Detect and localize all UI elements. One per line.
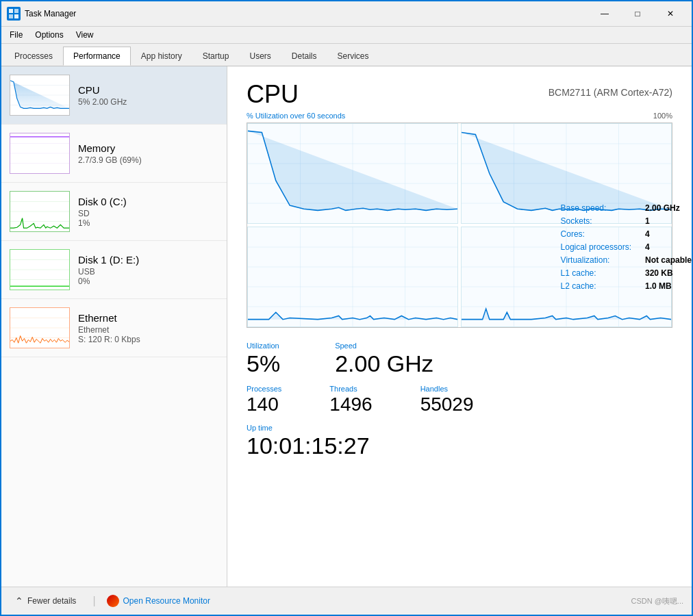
ethernet-sublabel1: Ethernet bbox=[78, 325, 218, 335]
open-resource-label: Open Resource Monitor bbox=[123, 596, 210, 606]
separator: | bbox=[92, 595, 95, 607]
memory-sublabel: 2.7/3.9 GB (69%) bbox=[78, 155, 218, 165]
cpu-sublabel: 5% 2.00 GHz bbox=[78, 97, 218, 107]
disk0-sublabel1: SD bbox=[78, 209, 218, 218]
disk1-sublabel1: USB bbox=[78, 267, 218, 277]
threads-value: 1496 bbox=[329, 394, 372, 415]
cpu-label: CPU bbox=[78, 84, 218, 96]
utilization-label: Utilization bbox=[247, 342, 280, 350]
watermark: CSDN @咦嗯... bbox=[631, 596, 683, 606]
spec-label: Sockets: bbox=[561, 216, 631, 226]
detail-header: CPU BCM2711 (ARM Cortex-A72) bbox=[247, 80, 672, 109]
processes-label: Processes bbox=[247, 385, 281, 393]
memory-mini-graph bbox=[10, 133, 70, 174]
sidebar-item-memory[interactable]: Memory 2.7/3.9 GB (69%) bbox=[1, 125, 227, 183]
tab-app-history[interactable]: App history bbox=[131, 47, 192, 66]
spec-value: Not capable bbox=[645, 255, 692, 265]
threads-stat: Threads 1496 bbox=[329, 385, 372, 415]
cpu-info: CPU 5% 2.00 GHz bbox=[78, 84, 218, 107]
ethernet-sublabel2: S: 120 R: 0 Kbps bbox=[78, 335, 218, 344]
speed-value: 2.00 GHz bbox=[335, 351, 433, 376]
memory-info: Memory 2.7/3.9 GB (69%) bbox=[78, 142, 218, 165]
sidebar-item-disk1[interactable]: Disk 1 (D: E:) USB 0% bbox=[1, 241, 227, 299]
chevron-up-icon: ⌃ bbox=[15, 595, 23, 606]
ethernet-label: Ethernet bbox=[78, 312, 218, 324]
menu-options[interactable]: Options bbox=[29, 28, 68, 42]
tab-performance[interactable]: Performance bbox=[63, 47, 131, 66]
spec-label: Virtualization: bbox=[561, 255, 631, 265]
fewer-details-label: Fewer details bbox=[27, 596, 76, 606]
menu-view[interactable]: View bbox=[71, 28, 99, 42]
spec-value: 1 bbox=[645, 216, 692, 226]
handles-stat: Handles 55029 bbox=[420, 385, 474, 415]
graph-label: % Utilization over 60 seconds bbox=[247, 112, 345, 120]
tab-users[interactable]: Users bbox=[239, 47, 281, 66]
tab-details[interactable]: Details bbox=[281, 47, 327, 66]
menu-file[interactable]: File bbox=[4, 28, 28, 42]
sidebar-item-disk0[interactable]: Disk 0 (C:) SD 1% bbox=[1, 183, 227, 241]
sidebar-item-cpu[interactable]: CPU 5% 2.00 GHz bbox=[1, 66, 227, 125]
spec-value: 320 KB bbox=[645, 268, 692, 278]
menu-bar: File Options View bbox=[1, 27, 692, 44]
processes-stat: Processes 140 bbox=[247, 385, 281, 415]
close-button[interactable]: ✕ bbox=[655, 5, 686, 22]
disk1-info: Disk 1 (D: E:) USB 0% bbox=[78, 254, 218, 286]
spec-value: 4 bbox=[645, 229, 692, 239]
graph-header: % Utilization over 60 seconds 100% bbox=[247, 112, 672, 123]
maximize-button[interactable]: □ bbox=[622, 5, 653, 22]
spec-label: L2 cache: bbox=[561, 281, 631, 291]
detail-subtitle: BCM2711 (ARM Cortex-A72) bbox=[549, 87, 672, 98]
title-bar: Task Manager — □ ✕ bbox=[1, 1, 692, 27]
handles-label: Handles bbox=[420, 385, 474, 393]
stats-middle: Processes 140 Threads 1496 Handles 55029 bbox=[247, 385, 672, 415]
detail-panel: CPU BCM2711 (ARM Cortex-A72) % Utilizati… bbox=[227, 66, 692, 587]
tab-bar: Processes Performance App history Startu… bbox=[1, 44, 692, 66]
tab-startup[interactable]: Startup bbox=[192, 47, 240, 66]
spec-value: 1.0 MB bbox=[645, 281, 692, 291]
open-resource-monitor-link[interactable]: Open Resource Monitor bbox=[107, 595, 210, 607]
spec-table: Base speed:2.00 GHzSockets:1Cores:4Logic… bbox=[561, 203, 692, 291]
resource-monitor-icon bbox=[107, 595, 119, 607]
minimize-button[interactable]: — bbox=[589, 5, 620, 22]
svg-rect-1 bbox=[14, 9, 18, 13]
graph-max-label: 100% bbox=[653, 112, 672, 123]
tab-processes[interactable]: Processes bbox=[4, 47, 63, 66]
spec-value: 4 bbox=[645, 242, 692, 252]
utilization-value: 5% bbox=[247, 351, 280, 376]
window-controls: — □ ✕ bbox=[589, 5, 686, 22]
cpu-mini-graph bbox=[10, 75, 70, 116]
spec-label: L1 cache: bbox=[561, 268, 631, 278]
window-title: Task Manager bbox=[25, 9, 589, 18]
threads-label: Threads bbox=[329, 385, 372, 393]
cpu-graph-core0 bbox=[247, 123, 458, 224]
spec-label: Base speed: bbox=[561, 203, 631, 213]
disk1-label: Disk 1 (D: E:) bbox=[78, 254, 218, 266]
uptime-stat: Up time 10:01:15:27 bbox=[247, 424, 672, 459]
svg-rect-2 bbox=[9, 14, 13, 18]
tab-services[interactable]: Services bbox=[327, 47, 379, 66]
uptime-label: Up time bbox=[247, 424, 672, 432]
processes-value: 140 bbox=[247, 394, 281, 415]
bottom-bar: ⌃ Fewer details | Open Resource Monitor … bbox=[1, 587, 692, 615]
svg-rect-3 bbox=[14, 14, 18, 18]
ethernet-mini-graph bbox=[10, 307, 70, 348]
handles-value: 55029 bbox=[420, 394, 474, 415]
ethernet-info: Ethernet Ethernet S: 120 R: 0 Kbps bbox=[78, 312, 218, 344]
stats-top: Utilization 5% Speed 2.00 GHz bbox=[247, 342, 672, 376]
utilization-stat: Utilization 5% bbox=[247, 342, 280, 376]
detail-title: CPU bbox=[247, 80, 299, 109]
spec-label: Logical processors: bbox=[561, 242, 631, 252]
cpu-graph-core2 bbox=[247, 227, 458, 327]
speed-label: Speed bbox=[335, 342, 433, 350]
svg-rect-0 bbox=[9, 9, 13, 13]
disk0-sublabel2: 1% bbox=[78, 218, 218, 228]
sidebar: CPU 5% 2.00 GHz Memory 2 bbox=[1, 66, 227, 587]
app-icon bbox=[7, 7, 21, 21]
sidebar-item-ethernet[interactable]: Ethernet Ethernet S: 120 R: 0 Kbps bbox=[1, 299, 227, 357]
spec-label: Cores: bbox=[561, 229, 631, 239]
task-manager-window: Task Manager — □ ✕ File Options View Pro… bbox=[0, 0, 693, 616]
uptime-value: 10:01:15:27 bbox=[247, 433, 672, 459]
main-content: CPU 5% 2.00 GHz Memory 2 bbox=[1, 66, 692, 587]
fewer-details-button[interactable]: ⌃ Fewer details bbox=[10, 593, 81, 609]
disk0-label: Disk 0 (C:) bbox=[78, 196, 218, 207]
